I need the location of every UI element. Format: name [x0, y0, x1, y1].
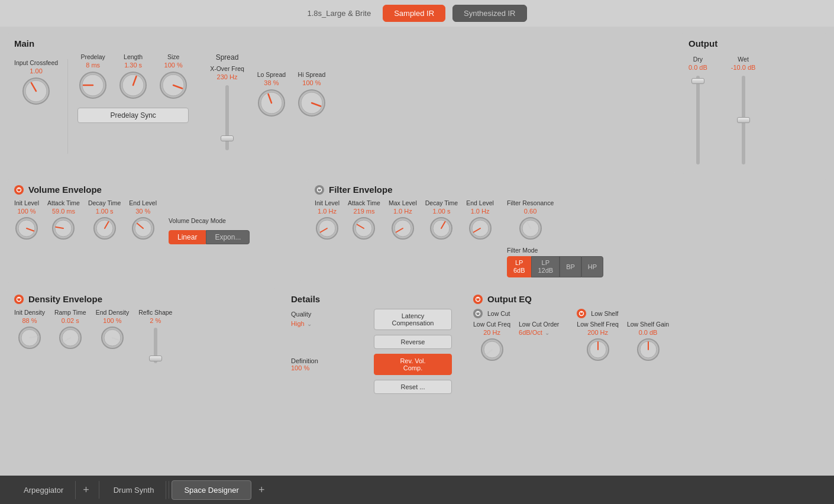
lp12db-button[interactable]: LP12dB — [531, 256, 560, 277]
vol-env-power[interactable] — [14, 185, 24, 195]
low-shelf-freq-label: Low Shelf Freq — [577, 321, 619, 328]
vol-decay-label: Decay Time — [88, 199, 121, 206]
output-eq-title: Output EQ — [487, 294, 532, 304]
bp-button[interactable]: BP — [560, 256, 581, 277]
filter-attack-knob[interactable] — [351, 216, 376, 241]
reflc-shape-slider[interactable] — [154, 328, 157, 363]
lo-spread-value: 38 % — [264, 79, 279, 86]
output-eq-power[interactable] — [473, 295, 483, 304]
synthesized-ir-button[interactable]: Synthesized IR — [452, 5, 526, 22]
wet-value: -10.0 dB — [731, 64, 756, 71]
vol-env-title: Volume Envelope — [28, 185, 102, 195]
vol-init-level-knob[interactable] — [14, 216, 39, 241]
filter-resonance-knob[interactable] — [518, 216, 543, 241]
filter-init-level-value: 1.0 Hz — [318, 208, 337, 215]
filter-resonance-label: Filter Resonance — [507, 199, 554, 206]
low-cut-freq-knob[interactable] — [480, 337, 505, 362]
filter-decay-label: Decay Time — [425, 199, 458, 206]
predelay-knob[interactable] — [77, 70, 108, 101]
taskbar-drum-synth[interactable]: Drum Synth — [102, 481, 167, 499]
filter-max-level-label: Max Level — [389, 199, 417, 206]
end-density-label: End Density — [96, 309, 130, 316]
vol-attack-label: Attack Time — [47, 199, 80, 206]
lo-spread-knob[interactable] — [256, 88, 287, 118]
ramp-time-knob[interactable] — [58, 325, 83, 350]
low-shelf-power[interactable] — [577, 309, 586, 318]
filter-decay-knob[interactable] — [429, 216, 454, 241]
predelay-value: 8 ms — [86, 62, 100, 69]
init-density-value: 88 % — [22, 317, 37, 324]
vol-end-level-label: End Level — [129, 199, 157, 206]
low-cut-order-value: 6dB/Oct — [519, 329, 542, 336]
low-cut-power[interactable] — [473, 309, 483, 318]
size-knob[interactable] — [158, 70, 189, 101]
dry-slider[interactable] — [696, 76, 700, 164]
init-density-knob[interactable] — [17, 325, 42, 350]
vol-decay-knob[interactable] — [92, 216, 117, 241]
lo-spread-label: Lo Spread — [257, 71, 286, 78]
vol-init-level-label: Init Level — [14, 199, 39, 206]
size-value: 100 % — [164, 62, 183, 69]
latency-comp-button[interactable]: LatencyCompensation — [374, 309, 452, 330]
filter-resonance-value: 0.60 — [524, 208, 536, 215]
init-density-label: Init Density — [14, 309, 45, 316]
filter-env-title: Filter Envelope — [329, 185, 393, 195]
filter-init-level-knob[interactable] — [315, 216, 340, 241]
vol-init-level-value: 100 % — [17, 208, 35, 215]
vol-end-level-value: 30 % — [135, 208, 150, 215]
low-cut-order-label: Low Cut Order — [519, 321, 559, 328]
wet-label: Wet — [738, 56, 748, 63]
expon-decay-button[interactable]: Expon... — [206, 230, 250, 244]
low-shelf-freq-knob[interactable] — [586, 337, 610, 362]
filter-max-level-knob[interactable] — [390, 216, 415, 241]
filter-mode-label: Filter Mode — [507, 247, 603, 254]
low-cut-label: Low Cut — [487, 310, 510, 317]
filter-init-level-label: Init Level — [315, 199, 340, 206]
taskbar-space-designer[interactable]: Space Designer — [172, 480, 251, 500]
xover-freq-slider[interactable] — [225, 85, 229, 150]
length-knob[interactable] — [118, 70, 148, 101]
details-title: Details — [291, 294, 452, 304]
size-label: Size — [167, 53, 179, 60]
taskbar-arpeggiator[interactable]: Arpeggiator — [12, 481, 76, 499]
lp6db-button[interactable]: LP6dB — [507, 256, 532, 277]
predelay-sync-button[interactable]: Predelay Sync — [77, 108, 189, 123]
rev-vol-comp-button[interactable]: Rev. Vol.Comp. — [374, 354, 452, 375]
dry-label: Dry — [693, 56, 703, 63]
reset-button[interactable]: Reset ... — [374, 380, 452, 394]
reverse-button[interactable]: Reverse — [374, 335, 452, 349]
wet-slider[interactable] — [742, 76, 745, 164]
filter-env-power[interactable] — [315, 185, 324, 195]
taskbar-add-2[interactable]: + — [251, 480, 272, 500]
hi-spread-knob[interactable] — [296, 88, 327, 118]
filter-end-level-value: 1.0 Hz — [471, 208, 490, 215]
low-cut-freq-value: 20 Hz — [483, 329, 500, 336]
low-shelf-gain-value: 0.0 dB — [639, 329, 658, 336]
low-shelf-gain-knob[interactable] — [636, 337, 661, 362]
input-crossfeed-knob[interactable] — [21, 76, 51, 106]
taskbar-add-1[interactable]: + — [76, 480, 96, 500]
definition-value: 100 % — [291, 364, 369, 371]
low-shelf-label: Low Shelf — [591, 310, 618, 317]
filter-decay-value: 1.00 s — [432, 208, 450, 215]
linear-decay-button[interactable]: Linear — [169, 230, 206, 244]
xover-freq-value: 230 Hz — [217, 73, 238, 80]
vol-decay-value: 1.00 s — [96, 208, 114, 215]
filter-max-level-value: 1.0 Hz — [393, 208, 412, 215]
vol-attack-value: 59.0 ms — [52, 208, 75, 215]
xover-freq-label: X-Over Freq — [210, 65, 244, 72]
vol-end-level-knob[interactable] — [131, 216, 156, 241]
low-shelf-freq-value: 200 Hz — [587, 329, 608, 336]
filter-end-level-label: End Level — [466, 199, 494, 206]
filter-end-level-knob[interactable] — [468, 216, 493, 241]
ramp-time-value: 0.02 s — [62, 317, 79, 324]
vol-attack-knob[interactable] — [51, 216, 76, 241]
output-title: Output — [688, 38, 820, 49]
sampled-ir-button[interactable]: Sampled IR — [383, 5, 445, 22]
ramp-time-label: Ramp Time — [54, 309, 86, 316]
end-density-knob[interactable] — [100, 325, 125, 350]
spread-label: Spread — [216, 53, 239, 62]
density-env-power[interactable] — [14, 295, 24, 304]
reflc-shape-label: Reflc Shape — [138, 309, 172, 316]
hp-button[interactable]: HP — [581, 256, 603, 277]
